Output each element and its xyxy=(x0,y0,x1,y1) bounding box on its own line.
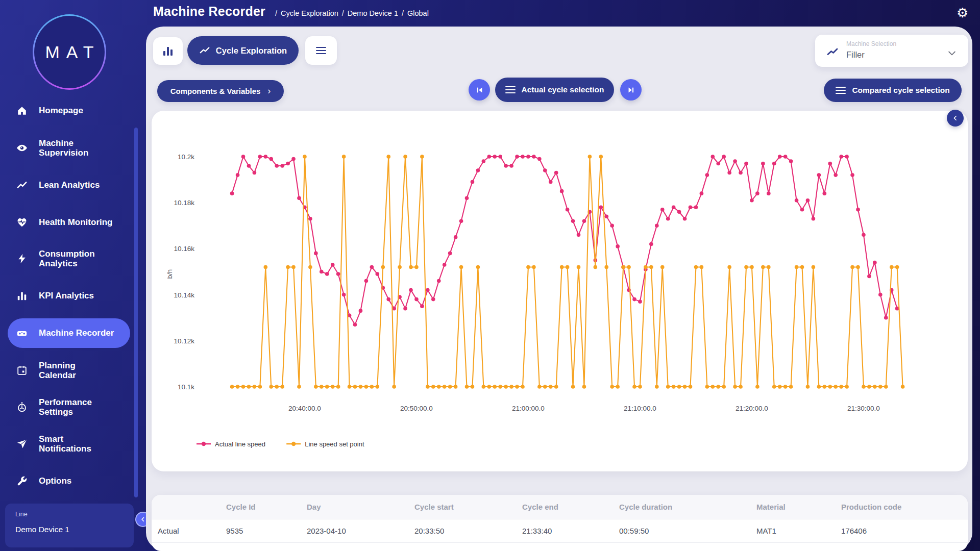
sidebar-item-label: Health Monitoring xyxy=(39,217,124,227)
breadcrumb-item-demo-device[interactable]: Demo Device 1 xyxy=(348,9,398,17)
column-header-cycle-start: Cycle start xyxy=(409,503,517,511)
chevron-down-icon xyxy=(947,48,957,58)
menu-button[interactable] xyxy=(305,36,337,65)
cycle-summary-table: Cycle Id Day Cycle start Cycle end Cycle… xyxy=(152,495,968,551)
column-header-production-code: Production code xyxy=(836,503,968,511)
bar-chart-icon xyxy=(16,290,28,302)
svg-text:20:40:00.0: 20:40:00.0 xyxy=(288,405,321,412)
sidebar-item-smart-notifications[interactable]: Smart Notifications xyxy=(8,429,130,459)
sidebar-item-kpi-analytics[interactable]: KPI Analytics xyxy=(8,281,130,311)
sidebar-item-label: Options xyxy=(39,476,124,486)
chevron-left-icon xyxy=(140,516,146,522)
machine-selection-label: Machine Selection xyxy=(846,40,896,47)
svg-text:21:20:00.0: 21:20:00.0 xyxy=(736,405,768,412)
calendar-icon xyxy=(16,365,28,376)
app-root: Machine Recorder / Cycle Exploration / D… xyxy=(0,0,980,551)
sidebar-item-label: Machine Supervision xyxy=(39,138,124,158)
sidebar-item-lean-analytics[interactable]: Lean Analytics xyxy=(8,170,130,200)
breadcrumb-separator: / xyxy=(342,9,344,17)
svg-text:b/h: b/h xyxy=(166,269,174,279)
bolt-icon xyxy=(16,253,28,264)
cycle-exploration-tab[interactable]: Cycle Exploration xyxy=(187,36,299,65)
svg-text:Line speed set point: Line speed set point xyxy=(305,440,364,448)
sidebar-item-planning-calendar[interactable]: Planning Calendar xyxy=(8,356,130,385)
skip-previous-icon xyxy=(475,86,484,94)
recorder-icon xyxy=(16,328,28,339)
column-header-day: Day xyxy=(302,503,409,511)
svg-text:10.14k: 10.14k xyxy=(174,291,194,299)
trend-icon xyxy=(199,45,210,56)
actual-cycle-selection-button[interactable]: Actual cycle selection xyxy=(495,78,614,102)
sidebar-item-label: Machine Recorder xyxy=(39,328,124,338)
cycle-duration-value: 00:59:50 xyxy=(614,527,751,535)
compared-cycle-selection-label: Compared cycle selection xyxy=(852,86,949,95)
svg-text:10.1k: 10.1k xyxy=(178,383,194,391)
cycle-end-value: 21:33:40 xyxy=(517,527,614,535)
sidebar-item-health-monitoring[interactable]: Health Monitoring xyxy=(8,208,130,237)
breadcrumb-separator: / xyxy=(402,9,404,17)
sidebar-item-consumption-analytics[interactable]: Consumption Analytics xyxy=(8,244,130,273)
content-panel: Cycle Exploration Machine Selection Fill… xyxy=(146,27,972,550)
actual-cycle-selection-label: Actual cycle selection xyxy=(522,85,604,94)
cycle-chart[interactable]: 10.1k10.12k10.14k10.16k10.18k10.2kb/h20:… xyxy=(152,111,968,471)
cycle-id-value: 9535 xyxy=(221,527,302,535)
svg-text:21:00:00.0: 21:00:00.0 xyxy=(512,405,545,412)
sidebar-item-homepage[interactable]: Homepage xyxy=(8,96,130,126)
table-header-row: Cycle Id Day Cycle start Cycle end Cycle… xyxy=(152,495,968,519)
chart-collapse-button[interactable] xyxy=(947,110,964,127)
breadcrumb-item-global[interactable]: Global xyxy=(407,9,429,17)
svg-text:21:10:00.0: 21:10:00.0 xyxy=(624,405,656,412)
column-header-material: Material xyxy=(751,503,836,511)
chart-view-button[interactable] xyxy=(153,37,183,65)
line-selector-card[interactable]: Line Demo Device 1 xyxy=(5,504,134,547)
sidebar-scrollbar[interactable] xyxy=(134,128,138,497)
sidebar-item-label: Performance Settings xyxy=(39,397,124,417)
column-header-cycle-duration: Cycle duration xyxy=(614,503,751,511)
sidebar-item-performance-settings[interactable]: Performance Settings xyxy=(8,392,130,422)
svg-text:10.12k: 10.12k xyxy=(174,337,194,345)
production-code-value: 176406 xyxy=(836,527,968,535)
sidebar-item-label: KPI Analytics xyxy=(39,291,124,300)
trend-icon xyxy=(826,46,839,58)
app-logo: MAT xyxy=(33,14,106,90)
send-icon xyxy=(16,438,28,449)
machine-selection-dropdown[interactable]: Machine Selection Filler xyxy=(815,35,968,67)
cycle-exploration-label: Cycle Exploration xyxy=(216,46,287,56)
gear-icon[interactable]: ⚙ xyxy=(957,5,968,21)
next-cycle-button[interactable] xyxy=(620,79,642,101)
sidebar-item-label: Consumption Analytics xyxy=(39,249,124,268)
bar-chart-icon xyxy=(162,45,174,57)
chevron-right-icon: › xyxy=(267,86,271,96)
skip-next-icon xyxy=(627,86,635,94)
sidebar-item-label: Lean Analytics xyxy=(39,180,124,190)
sidebar-item-label: Planning Calendar xyxy=(39,361,124,380)
hamburger-icon xyxy=(505,86,516,94)
sidebar-item-options[interactable]: Options xyxy=(8,466,130,496)
trend-icon xyxy=(16,180,28,191)
page-title: Machine Recorder xyxy=(153,4,265,19)
logo-text: MAT xyxy=(38,42,100,62)
wrench-icon xyxy=(16,475,28,487)
previous-cycle-button[interactable] xyxy=(469,79,490,101)
breadcrumb-item-cycle-exploration[interactable]: Cycle Exploration xyxy=(281,9,338,17)
column-header-cycle-end: Cycle end xyxy=(517,503,614,511)
compared-cycle-selection-button[interactable]: Compared cycle selection xyxy=(824,79,962,102)
material-value: MAT1 xyxy=(751,527,836,535)
components-variables-button[interactable]: Components & Variables › xyxy=(157,80,284,102)
line-value: Demo Device 1 xyxy=(15,525,69,534)
day-value: 2023-04-10 xyxy=(302,527,409,535)
sidebar-item-label: Smart Notifications xyxy=(39,434,124,454)
cycle-chart-card: 10.1k10.12k10.14k10.16k10.18k10.2kb/h20:… xyxy=(152,111,968,471)
table-row[interactable]: Actual 9535 2023-04-10 20:33:50 21:33:40… xyxy=(152,519,968,543)
svg-text:21:30:00.0: 21:30:00.0 xyxy=(847,405,880,412)
cycle-start-value: 20:33:50 xyxy=(409,527,517,535)
heart-pulse-icon xyxy=(16,217,28,228)
line-label: Line xyxy=(15,511,28,518)
column-header-cycle-id: Cycle Id xyxy=(221,503,302,511)
sidebar-item-machine-supervision[interactable]: Machine Supervision xyxy=(8,133,130,163)
svg-text:20:50:00.0: 20:50:00.0 xyxy=(400,405,433,412)
home-icon xyxy=(16,105,28,116)
breadcrumb-separator: / xyxy=(275,9,277,17)
eye-icon xyxy=(16,142,28,154)
sidebar-item-machine-recorder[interactable]: Machine Recorder xyxy=(8,318,130,348)
